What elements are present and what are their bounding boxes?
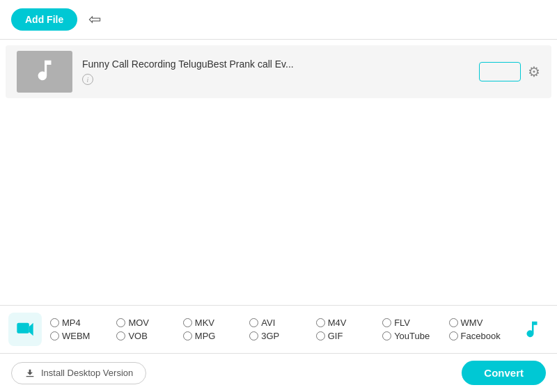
- format-options: MP4 MOV MKV AVI M4V FLV WMV WEBM VOB MPG: [50, 317, 515, 341]
- music-note-icon: [31, 57, 58, 86]
- file-list: Funny Call Recording TeluguBest Prank ca…: [0, 40, 557, 305]
- info-icon[interactable]: i: [82, 74, 93, 85]
- format-radio-avi[interactable]: [249, 318, 258, 327]
- format-facebook[interactable]: Facebook: [449, 331, 515, 341]
- format-radio-wmv[interactable]: [449, 318, 458, 327]
- add-file-button[interactable]: Add File: [11, 8, 77, 31]
- format-radio-flv[interactable]: [382, 318, 391, 327]
- arrow-icon: ⇦: [88, 10, 101, 29]
- format-flv[interactable]: FLV: [382, 317, 448, 328]
- format-vob[interactable]: VOB: [116, 331, 182, 341]
- video-format-tab[interactable]: [8, 313, 42, 346]
- format-mkv[interactable]: MKV: [183, 317, 249, 328]
- format-bar: MP4 MOV MKV AVI M4V FLV WMV WEBM VOB MPG: [0, 305, 557, 353]
- format-radio-mpg[interactable]: [183, 331, 192, 340]
- format-3gp[interactable]: 3GP: [249, 331, 315, 341]
- svg-marker-1: [29, 323, 33, 336]
- format-radio-mkv[interactable]: [183, 318, 192, 327]
- format-webm[interactable]: WEBM: [50, 331, 116, 341]
- format-gif[interactable]: GIF: [316, 331, 382, 341]
- file-info: Funny Call Recording TeluguBest Prank ca…: [82, 58, 479, 85]
- file-name: Funny Call Recording TeluguBest Prank ca…: [82, 58, 375, 70]
- format-avi[interactable]: AVI: [249, 317, 315, 328]
- install-label: Install Desktop Version: [41, 368, 133, 378]
- file-item: Funny Call Recording TeluguBest Prank ca…: [6, 45, 551, 98]
- install-button[interactable]: Install Desktop Version: [11, 362, 146, 384]
- duration-box: [479, 62, 521, 81]
- format-radio-youtube[interactable]: [382, 331, 391, 340]
- format-mpg[interactable]: MPG: [183, 331, 249, 341]
- gear-icon[interactable]: ⚙: [528, 63, 540, 80]
- download-icon: [24, 368, 36, 379]
- file-actions: ⚙: [479, 62, 540, 81]
- format-m4v[interactable]: M4V: [316, 317, 382, 328]
- format-radio-mov[interactable]: [116, 318, 125, 327]
- format-radio-facebook[interactable]: [449, 331, 458, 340]
- format-youtube[interactable]: YouTube: [382, 331, 448, 341]
- convert-button[interactable]: Convert: [462, 361, 546, 385]
- action-bar: Install Desktop Version Convert: [0, 353, 557, 392]
- format-wmv[interactable]: WMV: [449, 317, 515, 328]
- format-radio-mp4[interactable]: [50, 318, 59, 327]
- format-radio-vob[interactable]: [116, 331, 125, 340]
- format-mov[interactable]: MOV: [116, 317, 182, 328]
- top-bar: Add File ⇦: [0, 0, 557, 40]
- format-radio-m4v[interactable]: [316, 318, 325, 327]
- format-mp4[interactable]: MP4: [50, 317, 116, 328]
- audio-format-tab[interactable]: [515, 313, 549, 346]
- format-radio-gif[interactable]: [316, 331, 325, 340]
- format-radio-3gp[interactable]: [249, 331, 258, 340]
- format-radio-webm[interactable]: [50, 331, 59, 340]
- svg-rect-0: [17, 323, 29, 334]
- file-thumbnail: [17, 51, 72, 93]
